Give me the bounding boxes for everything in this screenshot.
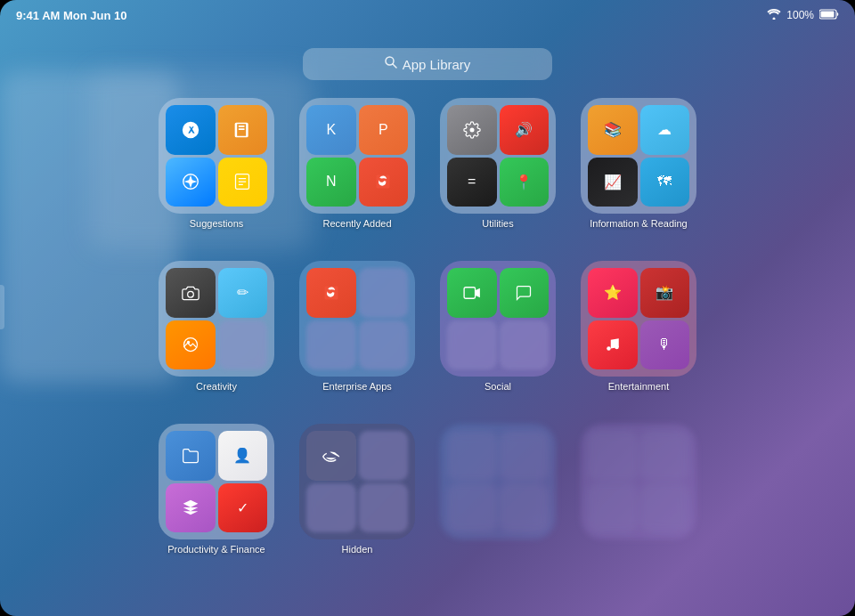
folder-label-recently-added: Recently Added xyxy=(322,218,391,229)
app-icon-books xyxy=(218,105,268,155)
app-group-information-reading[interactable]: 📚☁📈🗺Information & Reading xyxy=(576,98,701,230)
app-icon-files xyxy=(166,431,216,481)
app-group-utilities[interactable]: 🔊=📍Utilities xyxy=(436,98,560,230)
folder-label-enterprise-apps: Enterprise Apps xyxy=(322,381,392,392)
app-icon-blur xyxy=(500,431,550,481)
app-icon-blur xyxy=(306,483,356,533)
app-icon-blur xyxy=(447,320,497,370)
app-group-dim2[interactable] xyxy=(576,424,701,555)
search-icon xyxy=(385,56,397,72)
folder-dim2 xyxy=(581,424,696,539)
battery-icon xyxy=(819,7,839,23)
app-icon-swift xyxy=(306,268,356,318)
app-icon-blur xyxy=(218,320,268,370)
app-group-suggestions[interactable]: Suggestions xyxy=(154,98,279,230)
folder-label-creativity: Creativity xyxy=(196,381,237,392)
app-icon-music xyxy=(588,320,638,370)
app-icon-safari xyxy=(166,158,216,207)
app-icon-camera xyxy=(166,268,216,318)
wifi-icon xyxy=(767,7,781,23)
folder-creativity: ✏ xyxy=(159,261,274,377)
app-group-productivity-finance[interactable]: 👤✓Productivity & Finance xyxy=(154,424,279,555)
app-icon-settings xyxy=(447,105,497,155)
app-icon-photos xyxy=(166,320,216,370)
app-icon-books: 📚 xyxy=(588,105,638,155)
app-group-hidden[interactable]: Hidden xyxy=(295,424,419,555)
svg-marker-5 xyxy=(183,175,197,189)
app-icon-blur xyxy=(447,483,497,533)
folder-label-productivity-finance: Productivity & Finance xyxy=(167,544,265,555)
folder-label-suggestions: Suggestions xyxy=(190,218,244,229)
app-icon-calculator: = xyxy=(447,158,497,207)
app-group-creativity[interactable]: ✏Creativity xyxy=(154,261,279,393)
app-icon-photo-booth: 📸 xyxy=(640,268,690,318)
folder-information-reading: 📚☁📈🗺 xyxy=(581,98,696,214)
app-icon-blur xyxy=(359,320,409,370)
folder-label-hidden: Hidden xyxy=(342,544,373,555)
folder-label-social: Social xyxy=(484,381,511,392)
svg-point-11 xyxy=(187,291,193,297)
folder-label-utilities: Utilities xyxy=(482,218,513,229)
search-bar[interactable]: App Library xyxy=(303,48,552,80)
app-icon-find-my: 📍 xyxy=(500,158,550,207)
status-right: 100% xyxy=(767,7,839,23)
folder-hidden xyxy=(299,424,415,539)
app-icon-freeform: ✏ xyxy=(218,268,268,318)
app-grid: SuggestionsKPNRecently Added🔊=📍Utilities… xyxy=(154,98,701,571)
svg-rect-14 xyxy=(464,288,475,298)
folder-label-information-reading: Information & Reading xyxy=(590,218,687,229)
svg-line-3 xyxy=(393,64,396,68)
side-notch xyxy=(0,285,4,329)
app-group-enterprise-apps[interactable]: Enterprise Apps xyxy=(295,261,419,393)
status-bar: 9:41 AM Mon Jun 10 100% xyxy=(0,0,855,30)
app-icon-maps: 🗺 xyxy=(640,158,690,207)
status-time: 9:41 AM Mon Jun 10 xyxy=(16,9,126,22)
app-icon-blur xyxy=(588,483,638,533)
folder-utilities: 🔊=📍 xyxy=(440,98,556,214)
app-group-social[interactable]: Social xyxy=(436,261,560,393)
search-placeholder: App Library xyxy=(403,57,471,72)
app-icon-contacts: 👤 xyxy=(218,431,268,481)
svg-point-10 xyxy=(469,127,474,132)
app-icon-blur xyxy=(640,483,690,533)
app-icon-keynote: K xyxy=(306,105,356,155)
app-icon-numbers: N xyxy=(306,158,356,207)
app-icon-top-charts: ⭐ xyxy=(588,268,638,318)
battery-percentage: 100% xyxy=(786,9,814,21)
app-group-entertainment[interactable]: ⭐📸🎙Entertainment xyxy=(576,261,701,393)
app-icon-app-store xyxy=(166,105,216,155)
app-icon-messages xyxy=(500,268,550,318)
ipad-screen: 9:41 AM Mon Jun 10 100% xyxy=(0,0,855,616)
app-icon-weather: ☁ xyxy=(640,105,690,155)
app-icon-sound-recognition: 🔊 xyxy=(500,105,550,155)
folder-enterprise-apps xyxy=(299,261,415,377)
svg-rect-1 xyxy=(821,12,835,18)
folder-label-entertainment: Entertainment xyxy=(608,381,669,392)
app-icon-blur xyxy=(640,431,690,481)
app-icon-hidden xyxy=(306,431,356,481)
app-icon-podcasts: 🎙 xyxy=(640,320,690,370)
folder-suggestions xyxy=(159,98,274,214)
app-icon-blur xyxy=(306,320,356,370)
app-icon-blur xyxy=(447,431,497,481)
app-icon-pages: P xyxy=(359,105,409,155)
app-icon-blur xyxy=(359,431,409,481)
folder-recently-added: KPN xyxy=(299,98,415,214)
app-icon-facetime xyxy=(447,268,497,318)
folder-dim1 xyxy=(440,424,556,539)
svg-point-15 xyxy=(607,347,611,352)
app-group-dim1[interactable] xyxy=(436,424,560,555)
app-icon-blur xyxy=(588,431,638,481)
app-icon-reminders: ✓ xyxy=(218,483,268,533)
folder-social xyxy=(440,261,556,377)
folder-entertainment: ⭐📸🎙 xyxy=(581,261,696,377)
app-icon-blur xyxy=(359,483,409,533)
app-group-recently-added[interactable]: KPNRecently Added xyxy=(295,98,419,230)
app-icon-blur xyxy=(500,320,550,370)
app-icon-shortcuts xyxy=(166,483,216,533)
app-icon-blur xyxy=(500,483,550,533)
app-icon-stocks: 📈 xyxy=(588,158,638,207)
folder-productivity-finance: 👤✓ xyxy=(159,424,274,539)
app-icon-notes xyxy=(218,158,268,207)
svg-point-16 xyxy=(615,345,619,350)
